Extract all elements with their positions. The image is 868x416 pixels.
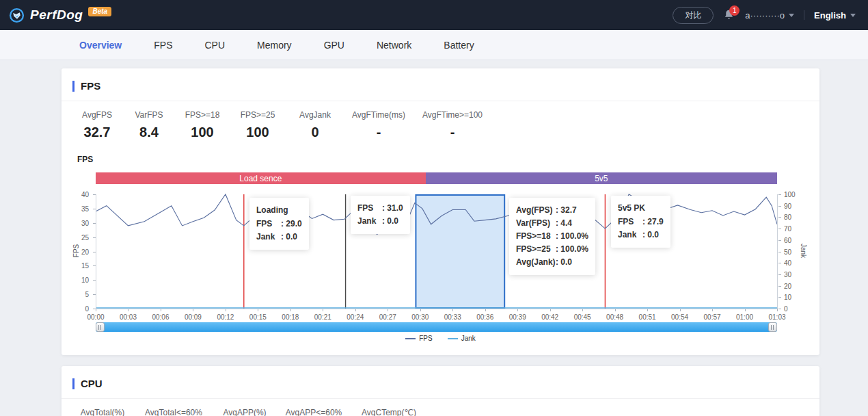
y-left-tick-label: 0 (72, 305, 89, 313)
y-right-tick-mark (778, 229, 781, 229)
account-label: a··········o (745, 10, 785, 21)
y-right-tick-mark (778, 286, 781, 287)
brand-name: PerfDog (30, 8, 83, 23)
fps-line-swatch (405, 338, 416, 339)
fps-section-header: FPS (62, 68, 819, 92)
x-tick-label: 01:03 (762, 313, 792, 321)
selection-region[interactable] (416, 195, 504, 308)
brand-link[interactable]: PerfDog Beta (9, 8, 111, 23)
main-nav: Overview FPS CPU Memory GPU Network Batt… (0, 30, 868, 60)
y-right-tick-label: 100 (784, 191, 796, 198)
fps-chart[interactable]: Loading FPS29.0 Jank0.0 FPS31.0 Jank0.0 … (62, 172, 819, 347)
scrollbar-handle-left[interactable] (96, 322, 105, 332)
y-right-tick-mark (778, 217, 781, 218)
stat-avgftime-ge-100: AvgFTime>=100- (413, 110, 492, 140)
y-left-tick-label: 15 (72, 262, 89, 270)
y-right-tick-label: 80 (784, 213, 791, 221)
y-left-tick-label: 5 (72, 291, 89, 298)
tab-overview[interactable]: Overview (72, 40, 128, 51)
stat-avgtotal-le-60: AvgTotal<=60% (134, 408, 213, 416)
x-tick-label: 00:42 (535, 313, 565, 321)
header-actions: 对比 1 a··········o English (673, 7, 856, 24)
perfdog-logo-icon (9, 8, 25, 23)
x-axis-line (96, 309, 777, 309)
tooltip-5v5-pk: 5v5 PK FPS27.9 Jank0.0 (611, 196, 670, 248)
x-tick-label: 00:39 (502, 313, 532, 321)
scrollbar-handle-right[interactable] (768, 322, 777, 332)
y-left-tick-label: 40 (72, 191, 89, 198)
tab-battery[interactable]: Battery (437, 40, 480, 51)
app-root: PerfDog Beta 对比 1 a··········o English (0, 0, 868, 416)
fps-chart-plot[interactable] (96, 194, 777, 309)
stat-fps-ge-25: FPS>=25100 (230, 110, 286, 140)
cpu-card: CPU AvgTotal(%) AvgTotal<=60% AvgAPP(%) … (62, 366, 819, 416)
fps-stats-row: AvgFPS32.7 VarFPS8.4 FPS>=18100 FPS>=251… (62, 110, 819, 140)
tab-memory[interactable]: Memory (250, 40, 299, 51)
x-tick-label: 00:21 (308, 313, 338, 321)
x-tick-label: 00:54 (665, 313, 695, 321)
x-tick-label: 00:30 (405, 313, 435, 321)
section-divider (62, 398, 819, 399)
stat-avgctemp: AvgCTemp(℃) (351, 408, 426, 416)
y-right-tick-label: 40 (784, 259, 791, 267)
y-right-tick-label: 50 (784, 248, 791, 256)
compare-button[interactable]: 对比 (673, 7, 714, 24)
tooltip-selection-stats: Avg(FPS)32.7 Var(FPS)4.4 FPS>=18100.0% F… (509, 198, 595, 275)
section-title: FPS (81, 80, 100, 92)
header-divider (804, 10, 804, 20)
x-tick-label: 00:03 (113, 313, 143, 321)
cpu-section-header: CPU (62, 366, 819, 389)
legend-label-jank: Jank (461, 335, 476, 342)
y-left-tick-label: 30 (72, 220, 89, 227)
tab-gpu[interactable]: GPU (317, 40, 351, 51)
chart-scrollbar[interactable] (96, 322, 777, 332)
notifications-button[interactable]: 1 (723, 9, 735, 21)
stat-avgjank: AvgJank0 (286, 110, 344, 140)
x-tick-label: 00:15 (243, 313, 273, 321)
y-right-tick-label: 30 (784, 271, 791, 278)
tooltip-hover: FPS31.0 Jank0.0 (351, 196, 410, 234)
x-tick-label: 00:24 (340, 313, 370, 321)
jank-line-swatch (448, 338, 458, 339)
beta-badge: Beta (88, 7, 111, 16)
stat-avgapp: AvgAPP(%) (213, 408, 276, 416)
stat-avgtotal: AvgTotal(%) (71, 408, 134, 416)
legend-item-fps[interactable]: FPS (405, 335, 432, 342)
legend-label-fps: FPS (419, 335, 432, 342)
y-right-tick-mark (778, 194, 781, 195)
chevron-down-icon (789, 14, 794, 17)
stat-avgapp-le-60: AvgAPP<=60% (276, 408, 351, 416)
y-left-tick-label: 25 (72, 234, 89, 242)
phase-band-1: Load sence (96, 172, 426, 184)
tab-fps[interactable]: FPS (147, 40, 179, 51)
legend-item-jank[interactable]: Jank (448, 335, 476, 342)
section-accent-bar (72, 378, 74, 389)
y-right-tick-mark (778, 297, 781, 298)
y-right-tick-label: 70 (784, 225, 791, 233)
y-right-tick-mark (778, 240, 781, 241)
chevron-down-icon (850, 14, 856, 17)
y-axis-right-title: Jank (800, 243, 807, 257)
x-tick-label: 00:57 (697, 313, 727, 321)
stat-avgftime: AvgFTime(ms)- (344, 110, 413, 140)
y-left-tick-label: 10 (72, 276, 89, 284)
x-tick-label: 00:27 (372, 313, 403, 321)
y-right-tick-label: 0 (784, 305, 788, 313)
fps-card: FPS AvgFPS32.7 VarFPS8.4 FPS>=18100 FPS>… (62, 68, 819, 355)
account-menu[interactable]: a··········o (745, 10, 794, 21)
tooltip-loading: Loading FPS29.0 Jank0.0 (249, 198, 309, 250)
notification-badge: 1 (729, 5, 740, 16)
language-menu[interactable]: English (814, 10, 856, 21)
y-axis-left-title: FPS (72, 244, 80, 257)
language-label: English (814, 10, 846, 21)
section-divider (62, 101, 819, 101)
x-tick-label: 00:06 (146, 313, 176, 321)
tab-cpu[interactable]: CPU (198, 40, 232, 51)
page-content: FPS AvgFPS32.7 VarFPS8.4 FPS>=18100 FPS>… (0, 60, 868, 416)
tab-network[interactable]: Network (370, 40, 418, 51)
stat-varfps: VarFPS8.4 (123, 110, 175, 140)
x-tick-label: 00:33 (437, 313, 467, 321)
stat-fps-ge-18: FPS>=18100 (175, 110, 230, 140)
y-right-tick-label: 60 (784, 237, 791, 244)
stat-avgfps: AvgFPS32.7 (71, 110, 123, 140)
